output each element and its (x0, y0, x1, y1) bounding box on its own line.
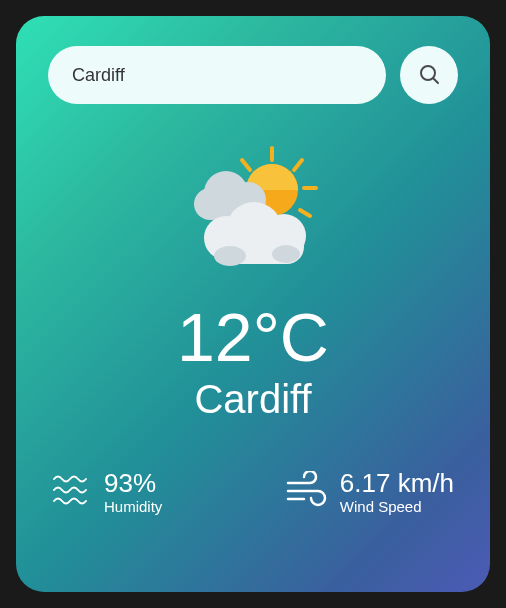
humidity-value: 93% (104, 470, 162, 496)
humidity-text: 93% Humidity (104, 470, 162, 515)
svg-line-1 (433, 78, 438, 83)
humidity-label: Humidity (104, 498, 162, 515)
svg-point-16 (214, 246, 246, 266)
search-row (48, 46, 458, 104)
search-input[interactable] (48, 46, 386, 104)
humidity-waves-icon (52, 473, 94, 511)
search-button[interactable] (400, 46, 458, 104)
stats-row: 93% Humidity 6.17 km/h Wind Speed (48, 470, 458, 515)
svg-line-3 (294, 160, 302, 170)
wind-label: Wind Speed (340, 498, 454, 515)
city-name: Cardiff (48, 377, 458, 422)
svg-point-17 (272, 245, 300, 263)
wind-text: 6.17 km/h Wind Speed (340, 470, 454, 515)
svg-line-6 (242, 160, 250, 170)
svg-line-5 (300, 210, 310, 216)
wind-value: 6.17 km/h (340, 470, 454, 496)
temperature-value: 12°C (48, 300, 458, 375)
search-icon (417, 62, 441, 89)
humidity-stat: 93% Humidity (52, 470, 162, 515)
weather-card: 12°C Cardiff 93% Humidity (16, 16, 490, 592)
weather-condition-icon-wrap (48, 138, 458, 282)
wind-icon (284, 471, 330, 513)
clouds-sun-icon (176, 138, 331, 282)
wind-stat: 6.17 km/h Wind Speed (284, 470, 454, 515)
